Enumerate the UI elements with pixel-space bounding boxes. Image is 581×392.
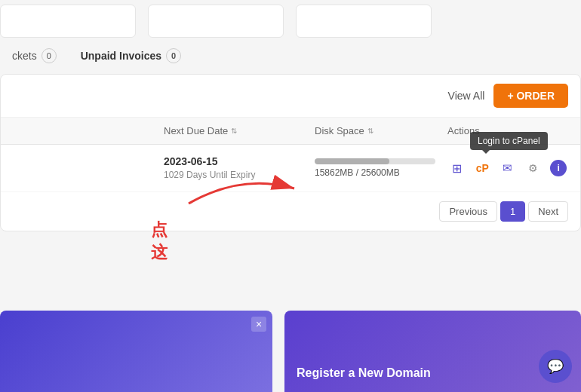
mail-icon-button[interactable]: ✉ [498, 158, 518, 179]
due-date-value: 2023-06-15 [164, 155, 315, 167]
pagination: Previous 1 Next [1, 192, 580, 231]
cpanel-icon: cP [476, 162, 489, 174]
cpanel-icon-button[interactable]: cP [473, 158, 493, 179]
grid-icon-button[interactable]: ⊞ [447, 158, 467, 179]
tab-tickets[interactable]: ckets 0 [0, 44, 69, 68]
tab-tickets-badge: 0 [42, 48, 57, 63]
sort-icon-date: ⇅ [231, 127, 237, 135]
col-header-actions: Actions [447, 125, 568, 136]
tab-unpaid-invoices[interactable]: Unpaid Invoices 0 [69, 44, 193, 68]
promo-card-right: Register a New Domain [284, 311, 581, 392]
card-placeholder-2 [148, 5, 284, 38]
card-placeholder-3 [296, 5, 432, 38]
tab-unpaid-invoices-label: Unpaid Invoices [81, 50, 161, 62]
tabs-row: ckets 0 Unpaid Invoices 0 [0, 38, 581, 74]
promo-card-left: × [0, 311, 272, 392]
next-page-button[interactable]: Next [528, 201, 568, 222]
disk-cell: 15862MB / 25600MB [315, 158, 447, 178]
card-placeholder-1 [0, 5, 136, 38]
gear-icon-button[interactable]: ⚙ [524, 158, 543, 179]
col-header-empty [13, 125, 164, 136]
table-header: Next Due Date ⇅ Disk Space ⇅ Actions [1, 118, 580, 145]
gear-icon: ⚙ [528, 162, 538, 174]
close-icon: × [256, 318, 262, 330]
order-button-label: + ORDER [507, 90, 555, 102]
promo-right-title: Register a New Domain [297, 366, 569, 380]
tab-tickets-label: ckets [12, 50, 37, 62]
progress-bar-fill [315, 158, 389, 164]
sort-icon-disk: ⇅ [367, 127, 374, 135]
mail-icon: ✉ [503, 161, 512, 175]
order-button[interactable]: + ORDER [493, 84, 568, 108]
info-icon: i [550, 160, 567, 176]
chat-icon: 💬 [547, 358, 564, 375]
grid-icon: ⊞ [452, 161, 462, 176]
tab-unpaid-invoices-badge: 0 [166, 48, 181, 63]
chat-bubble[interactable]: 💬 [539, 350, 572, 383]
panel-header: View All + ORDER [1, 75, 580, 118]
view-all-link[interactable]: View All [448, 90, 485, 102]
col-header-next-due-date[interactable]: Next Due Date ⇅ [164, 125, 315, 136]
promo-close-button[interactable]: × [251, 317, 266, 332]
col-header-disk-space[interactable]: Disk Space ⇅ [315, 125, 447, 136]
disk-label: 15862MB / 25600MB [315, 167, 447, 178]
main-panel: View All + ORDER Next Due Date ⇅ Disk Sp… [0, 74, 581, 231]
progress-bar-wrap [315, 158, 435, 164]
info-icon-button[interactable]: i [549, 158, 568, 179]
prev-page-button[interactable]: Previous [439, 201, 497, 222]
expiry-label: 1029 Days Until Expiry [164, 170, 255, 180]
date-cell: 2023-06-15 1029 Days Until Expiry [164, 155, 315, 181]
actions-cell: Login to cPanel ⊞ cP ✉ ⚙ i [447, 158, 568, 179]
current-page-button[interactable]: 1 [500, 201, 525, 222]
table-row: 2023-06-15 1029 Days Until Expiry 15862M… [1, 145, 580, 192]
